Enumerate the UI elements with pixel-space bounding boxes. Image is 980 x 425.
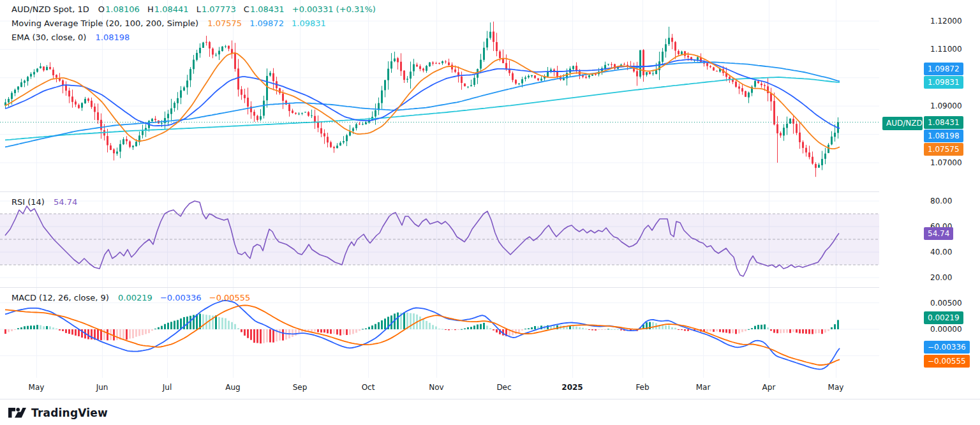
time-axis-label: May	[817, 383, 855, 392]
sma100-value: 1.09872	[249, 19, 284, 28]
change-value: +0.00331 (+0.31%)	[292, 4, 376, 14]
tradingview-chart-window: AUD/NZD Spot, 1D O1.08106 H1.08441 L1.07…	[0, 0, 980, 425]
ema-value: 1.08198	[96, 33, 130, 42]
sma200-line	[5, 77, 840, 140]
macd-label: MACD (12, 26, close, 9)	[11, 293, 109, 302]
axis-value-badge: 1.09872	[924, 63, 963, 75]
time-axis-label: Feb	[623, 383, 662, 392]
axis-value-badge: 54.74	[924, 227, 953, 240]
rsi-axis-label: 80.00	[930, 197, 952, 205]
tradingview-attribution[interactable]: TradingView	[8, 405, 108, 421]
ohlc-close-value: 1.08431	[250, 4, 285, 14]
sma20-value: 1.07575	[207, 19, 242, 28]
macd-signal-value: −0.00555	[209, 293, 251, 302]
ohlc-high-label: H	[147, 4, 154, 14]
time-axis-label: Oct	[349, 383, 387, 392]
axis-value-badge: 1.09831	[924, 76, 963, 89]
chart-canvas[interactable]	[0, 0, 980, 425]
macd-axis-label: 0.00500	[930, 299, 962, 308]
ohlc-open-value: 1.08106	[105, 4, 140, 14]
rsi-axis-label: 20.00	[930, 273, 952, 282]
price-pane-legend[interactable]: AUD/NZD Spot, 1D O1.08106 H1.08441 L1.07…	[11, 3, 376, 45]
instrument-name-badge: AUD/NZD	[882, 117, 923, 130]
rsi-axis-label: 40.00	[930, 248, 952, 257]
symbol-legend-row[interactable]: AUD/NZD Spot, 1D O1.08106 H1.08441 L1.07…	[11, 3, 376, 17]
axis-value-badge: −0.00555	[924, 355, 970, 368]
symbol-title: AUD/NZD Spot, 1D	[11, 4, 89, 14]
time-axis-label: Dec	[485, 383, 523, 392]
axis-value-badge: 0.00219	[924, 311, 963, 324]
tradingview-logo-icon	[8, 406, 27, 419]
axis-value-badge: 1.08431	[924, 116, 963, 129]
axis-value-badge: −0.00336	[924, 341, 970, 354]
price-scale[interactable]: 1.120001.110001.090001.0700080.0060.0040…	[879, 0, 980, 399]
axis-value-badge: 1.08198	[924, 130, 963, 142]
gridlines	[0, 0, 879, 378]
macd-histogram	[4, 313, 839, 344]
price-axis-label: 1.07000	[930, 158, 962, 167]
time-axis-label: May	[17, 383, 56, 392]
price-axis-label: 1.12000	[930, 17, 962, 26]
price-axis-label: 1.09000	[930, 101, 962, 110]
sma200-value: 1.09831	[292, 19, 326, 28]
ma-triple-label: Moving Average Triple (20, 100, 200, Sim…	[11, 19, 198, 28]
price-axis-label: 1.11000	[930, 45, 962, 54]
axis-value-badge: 1.07575	[924, 143, 963, 156]
rsi-pane-legend[interactable]: RSI (14) 54.74	[11, 195, 77, 209]
time-axis-label: Nov	[417, 383, 456, 392]
time-axis-label: Aug	[214, 383, 252, 392]
ohlc-low-value: 1.07773	[202, 4, 236, 14]
rsi-label: RSI (14)	[11, 197, 45, 207]
ema-legend-row[interactable]: EMA (30, close, 0) 1.08198	[11, 31, 376, 45]
ohlc-open-label: O	[98, 4, 105, 14]
ma-triple-legend-row[interactable]: Moving Average Triple (20, 100, 200, Sim…	[11, 17, 376, 31]
ema-label: EMA (30, close, 0)	[11, 33, 86, 42]
macd-axis-label: 0.00000	[930, 325, 962, 334]
time-axis-label: 2025	[553, 383, 591, 392]
ohlc-high-value: 1.08441	[154, 4, 189, 14]
ohlc-low-label: L	[197, 4, 201, 14]
macd-hist-value: 0.00219	[118, 293, 152, 302]
time-axis-label: Sep	[281, 383, 319, 392]
time-scale[interactable]: MayJunJulAugSepOctNovDec2025FebMarAprMay	[0, 378, 980, 399]
macd-pane-legend[interactable]: MACD (12, 26, close, 9) 0.00219 −0.00336…	[11, 291, 250, 305]
macd-line-value: −0.00336	[160, 293, 202, 302]
time-axis-label: Jul	[148, 383, 186, 392]
time-axis-label: Mar	[684, 383, 722, 392]
brand-name: TradingView	[31, 406, 108, 419]
candlestick-series	[4, 22, 839, 177]
time-axis-label: Apr	[750, 383, 788, 392]
time-axis-label: Jun	[83, 383, 121, 392]
rsi-value: 54.74	[54, 197, 77, 207]
ohlc-close-label: C	[244, 4, 249, 14]
